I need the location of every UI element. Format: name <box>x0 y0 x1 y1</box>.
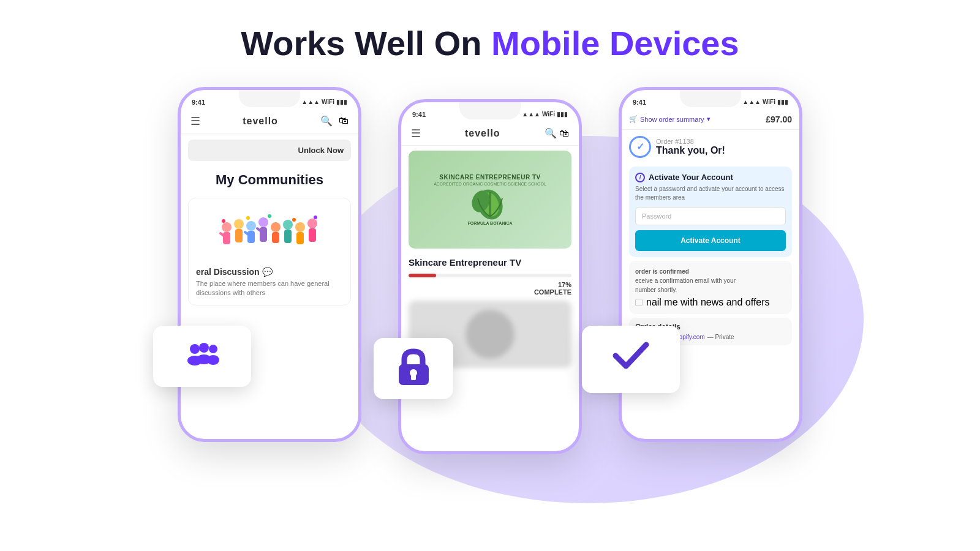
progress-pct: 17% <box>558 281 571 288</box>
email-checkbox[interactable] <box>635 299 643 306</box>
order-number: Order #1138 <box>656 138 725 145</box>
phone1-time: 9:41 <box>192 99 205 106</box>
search-icon[interactable]: 🔍 <box>320 115 333 127</box>
cart-icon[interactable]: 🛍 <box>339 115 349 127</box>
title-part1: Works Well On <box>241 24 491 62</box>
confirmation-text1: order is confirmed <box>635 267 786 276</box>
progress-text: 17% COMPLETE <box>401 280 579 297</box>
confirmation-text3: number shortly. <box>635 285 786 294</box>
svg-point-4 <box>246 221 256 231</box>
activate-desc: Select a password and activate your acco… <box>635 185 786 202</box>
svg-point-29 <box>207 355 219 365</box>
battery-icon: ▮▮▮ <box>336 99 347 105</box>
svg-point-23 <box>314 216 317 219</box>
svg-point-8 <box>271 222 281 232</box>
email-offer-text: nail me with news and offers <box>646 297 770 308</box>
progress-bar-container <box>409 274 571 277</box>
svg-point-14 <box>307 219 317 228</box>
svg-point-20 <box>246 216 250 220</box>
page-title: Works Well On Mobile Devices <box>241 24 739 62</box>
people-svg <box>214 209 325 264</box>
svg-point-12 <box>295 222 305 232</box>
hamburger-icon[interactable]: ☰ <box>411 127 421 140</box>
banner-title: SKINCARE ENTREPRENEUR TV <box>439 174 540 181</box>
phone3-notch <box>680 90 741 107</box>
svg-rect-15 <box>309 228 316 242</box>
phone2-navbar: ☰ tevello 🔍 🛍 <box>401 122 579 146</box>
phone3-time: 9:41 <box>633 99 646 106</box>
check-mark: ✓ <box>636 141 644 152</box>
signal-icon: ▲▲▲ <box>301 99 320 105</box>
phone1-unlock-bar: Unlock Now <box>188 140 351 161</box>
phone2-status-icons: ▲▲▲ WiFi ▮▮▮ <box>522 111 568 118</box>
activate-title-row: i Activate Your Account <box>635 173 786 182</box>
phone2-brand: tevello <box>465 128 500 139</box>
phone1-community-card: eral Discussion 💬 The place where member… <box>188 198 351 306</box>
phone1-status-icons: ▲▲▲ WiFi ▮▮▮ <box>301 99 347 105</box>
phone1-nav-icons: 🔍 🛍 <box>320 115 349 127</box>
battery-icon: ▮▮▮ <box>557 111 568 118</box>
svg-rect-13 <box>296 232 304 244</box>
signal-icon: ▲▲▲ <box>742 99 761 105</box>
skincare-banner: SKINCARE ENTREPRENEUR TV ACCREDITED ORGA… <box>409 151 571 249</box>
leaf-svg <box>469 186 511 220</box>
circle-check-icon: ✓ <box>629 136 651 158</box>
phone2-notch <box>459 102 521 119</box>
phone1-communities-title: My Communities <box>181 167 358 193</box>
svg-point-6 <box>258 217 268 227</box>
phone2-frame: 9:41 ▲▲▲ WiFi ▮▮▮ ☰ tevello 🔍 🛍 SKINCARE… <box>398 99 582 454</box>
svg-point-22 <box>292 218 296 222</box>
users-icon <box>186 341 219 371</box>
order-link-suffix: — Private <box>707 334 734 340</box>
thank-you-text: Order #1138 Thank you, Or! <box>656 138 725 156</box>
floating-card-lock <box>374 338 453 399</box>
confirmation-section: order is confirmed eceive a confirmation… <box>629 261 792 314</box>
wifi-icon: WiFi <box>763 99 775 105</box>
svg-rect-3 <box>235 229 243 242</box>
phone1-wrapper: 9:41 ▲▲▲ WiFi ▮▮▮ ☰ tevello 🔍 🛍 Unlock N… <box>178 87 361 442</box>
progress-bar-fill <box>409 274 436 277</box>
people-illustration <box>196 206 343 267</box>
svg-point-24 <box>190 344 200 354</box>
svg-point-10 <box>283 220 293 230</box>
phone1-brand: tevello <box>243 116 278 127</box>
phone3-status-icons: ▲▲▲ WiFi ▮▮▮ <box>742 99 788 105</box>
svg-rect-36 <box>411 375 416 380</box>
floating-card-check <box>582 326 680 393</box>
hamburger-icon[interactable]: ☰ <box>190 114 200 128</box>
signal-icon: ▲▲▲ <box>522 111 540 118</box>
phone2-nav-icons: 🔍 🛍 <box>545 127 569 139</box>
svg-point-21 <box>268 214 271 218</box>
svg-rect-9 <box>272 232 279 243</box>
confirmation-text2: eceive a confirmation email with your <box>635 276 786 285</box>
svg-point-19 <box>222 219 225 223</box>
brand-name: FORMULA BOTANICA <box>467 221 512 225</box>
community-info: eral Discussion 💬 The place where member… <box>196 267 343 298</box>
email-checkbox-row: nail me with news and offers <box>635 297 786 308</box>
activate-section: i Activate Your Account Select a passwor… <box>629 167 792 257</box>
svg-point-2 <box>234 219 244 229</box>
progress-label: COMPLETE <box>534 288 571 296</box>
wifi-icon: WiFi <box>542 111 555 118</box>
order-summary-label: Show order summary <box>640 116 704 123</box>
phone2-wrapper: 9:41 ▲▲▲ WiFi ▮▮▮ ☰ tevello 🔍 🛍 SKINCARE… <box>398 99 582 454</box>
community-emoji: 💬 <box>262 267 273 277</box>
phone2-time: 9:41 <box>412 111 426 118</box>
svg-point-28 <box>209 345 217 353</box>
lock-icon <box>397 348 431 388</box>
community-name: eral Discussion 💬 <box>196 267 343 277</box>
skincare-card-title: Skincare Entrepreneur TV <box>401 253 579 271</box>
password-input-display[interactable]: Password <box>635 207 786 225</box>
community-desc: The place where members can have general… <box>196 279 343 298</box>
phone1-frame: 9:41 ▲▲▲ WiFi ▮▮▮ ☰ tevello 🔍 🛍 Unlock N… <box>178 87 361 442</box>
search-icon[interactable]: 🔍 <box>545 128 557 138</box>
order-summary-link[interactable]: 🛒 Show order summary ▾ <box>629 115 710 123</box>
checkout-price: £97.00 <box>766 114 792 124</box>
unlock-label[interactable]: Unlock Now <box>298 146 344 155</box>
title-part2: Mobile Devices <box>491 24 739 62</box>
cart-icon[interactable]: 🛍 <box>559 128 569 138</box>
info-icon: i <box>635 173 645 182</box>
banner-sub: ACCREDITED ORGANIC COSMETIC SCIENCE SCHO… <box>434 182 546 186</box>
activate-account-button[interactable]: Activate Account <box>635 230 786 251</box>
phones-section: 9:41 ▲▲▲ WiFi ▮▮▮ ☰ tevello 🔍 🛍 Unlock N… <box>178 87 802 454</box>
